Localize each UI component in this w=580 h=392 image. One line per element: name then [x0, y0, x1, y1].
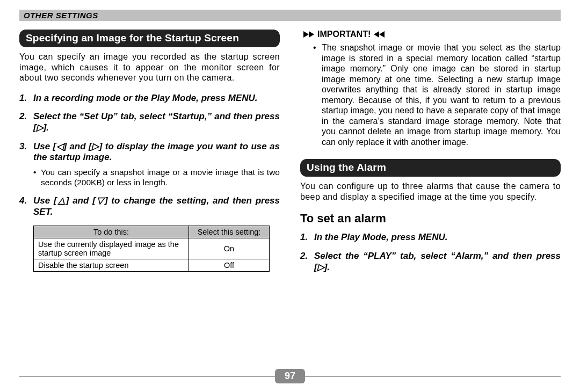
table-cell: Disable the startup screen	[34, 259, 189, 271]
important-body: The snapshot image or movie that you sel…	[300, 42, 561, 147]
triangle-right-icon	[303, 31, 314, 38]
table-row: Disable the startup screen Off	[34, 259, 270, 271]
table-row: Use the currently displayed image as the…	[34, 238, 270, 259]
svg-marker-3	[379, 31, 385, 38]
triangle-left-icon	[374, 31, 385, 38]
table-cell: Use the currently displayed image as the…	[34, 238, 189, 259]
startup-steps-list: 1.In a recording mode or the Play Mode, …	[19, 93, 280, 164]
section-header: OTHER SETTINGS	[19, 10, 561, 21]
step-item: 2.Select the “PLAY” tab, select “Alarm,”…	[300, 251, 561, 273]
left-column: Specifying an Image for the Startup Scre…	[19, 30, 280, 280]
table-cell: On	[189, 238, 270, 259]
alarm-intro-paragraph: You can configure up to three alarms tha…	[300, 181, 561, 202]
two-column-layout: Specifying an Image for the Startup Scre…	[19, 30, 561, 280]
step-item: 3.Use [◁] and [▷] to display the image y…	[19, 141, 280, 163]
startup-steps-list-cont: 4.Use [△] and [▽] to change the setting,…	[19, 195, 280, 217]
page-number-badge: 97	[275, 369, 305, 383]
right-column: IMPORTANT! The snapshot image or movie t…	[300, 30, 561, 280]
table-header-row: To do this: Select this setting:	[34, 226, 270, 238]
heading-startup-image: Specifying an Image for the Startup Scre…	[19, 30, 280, 47]
subheading-set-alarm: To set an alarm	[300, 212, 561, 226]
alarm-steps-list: 1.In the Play Mode, press MENU. 2.Select…	[300, 232, 561, 273]
step-item: 4.Use [△] and [▽] to change the setting,…	[19, 195, 280, 217]
table-header-cell: To do this:	[34, 226, 189, 238]
table-cell: Off	[189, 259, 270, 271]
note-item: You can specify a snapshot image or a mo…	[33, 168, 280, 188]
step-item: 2.Select the “Set Up” tab, select “Start…	[19, 111, 280, 133]
svg-marker-1	[309, 31, 314, 38]
manual-page: OTHER SETTINGS Specifying an Image for t…	[0, 0, 580, 392]
important-label: IMPORTANT!	[317, 30, 371, 39]
important-callout-header: IMPORTANT!	[300, 30, 561, 39]
table-header-cell: Select this setting:	[189, 226, 270, 238]
svg-marker-0	[303, 31, 309, 38]
svg-marker-2	[374, 31, 379, 38]
step3-notes: You can specify a snapshot image or a mo…	[19, 168, 280, 188]
step-item: 1.In the Play Mode, press MENU.	[300, 232, 561, 243]
settings-table: To do this: Select this setting: Use the…	[33, 226, 270, 272]
step-item: 1.In a recording mode or the Play Mode, …	[19, 93, 280, 104]
startup-intro-paragraph: You can specify an image you recorded as…	[19, 52, 280, 83]
heading-using-alarm: Using the Alarm	[300, 159, 561, 177]
